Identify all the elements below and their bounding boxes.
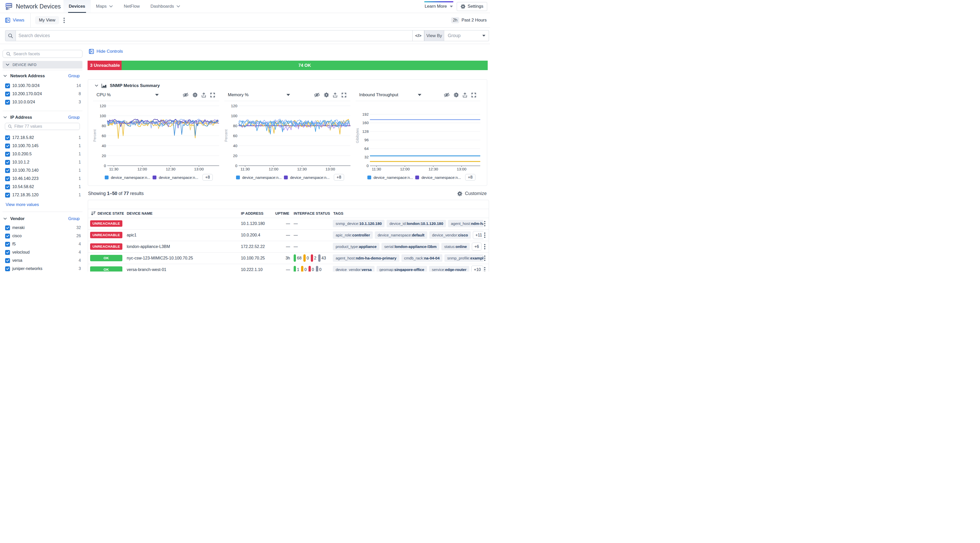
svg-text:160: 160 (362, 121, 369, 125)
svg-text:11:30: 11:30 (240, 167, 250, 171)
svg-text:12:00: 12:00 (400, 167, 410, 171)
svg-text:0: 0 (367, 164, 369, 168)
svg-text:60: 60 (233, 133, 237, 138)
svg-text:12:30: 12:30 (428, 167, 438, 171)
svg-text:20: 20 (233, 154, 237, 158)
svg-text:64: 64 (364, 146, 369, 151)
svg-text:12:00: 12:00 (137, 167, 147, 171)
svg-text:128: 128 (362, 129, 369, 133)
svg-text:Percent: Percent (93, 130, 97, 142)
svg-text:Gibibytes: Gibibytes (356, 128, 360, 143)
svg-text:120: 120 (231, 104, 237, 108)
svg-text:80: 80 (233, 124, 237, 128)
svg-text:96: 96 (364, 138, 369, 142)
svg-text:80: 80 (102, 124, 106, 128)
svg-text:20: 20 (102, 154, 106, 158)
svg-text:40: 40 (102, 144, 106, 148)
svg-text:100: 100 (100, 114, 106, 118)
svg-text:60: 60 (102, 133, 106, 138)
svg-text:Percent: Percent (224, 130, 228, 142)
svg-text:12:30: 12:30 (297, 167, 307, 171)
svg-text:13:00: 13:00 (194, 167, 204, 171)
svg-text:12:30: 12:30 (166, 167, 176, 171)
svg-text:13:00: 13:00 (325, 167, 335, 171)
svg-text:0: 0 (235, 164, 237, 168)
svg-text:13:00: 13:00 (457, 167, 466, 171)
svg-text:100: 100 (231, 114, 237, 118)
svg-text:32: 32 (364, 155, 369, 159)
svg-text:11:30: 11:30 (109, 167, 118, 171)
svg-text:12:00: 12:00 (269, 167, 278, 171)
svg-text:192: 192 (362, 112, 369, 116)
svg-text:11:30: 11:30 (372, 167, 381, 171)
svg-text:120: 120 (100, 104, 106, 108)
svg-text:0: 0 (104, 164, 106, 168)
svg-text:40: 40 (233, 144, 237, 148)
